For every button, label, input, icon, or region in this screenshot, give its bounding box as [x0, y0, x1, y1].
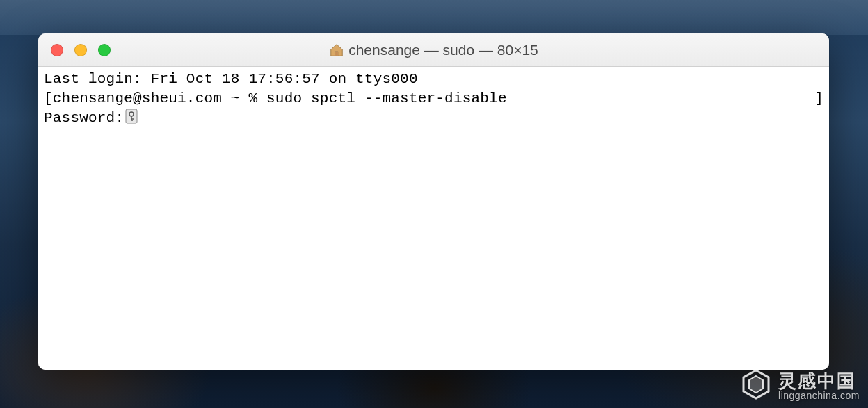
desktop-wallpaper-sky [0, 0, 868, 35]
window-title: chensange — sudo — 80×15 [38, 42, 829, 58]
traffic-lights [38, 44, 111, 56]
watermark-en: lingganchina.com [778, 391, 860, 401]
window-titlebar[interactable]: chensange — sudo — 80×15 [38, 33, 829, 67]
last-login-line: Last login: Fri Oct 18 17:56:57 on ttys0… [44, 70, 823, 89]
key-icon [125, 109, 138, 124]
svg-rect-0 [335, 51, 338, 55]
close-button[interactable] [51, 44, 63, 56]
maximize-button[interactable] [98, 44, 111, 56]
password-label: Password: [44, 110, 124, 126]
terminal-body[interactable]: Last login: Fri Oct 18 17:56:57 on ttys0… [38, 67, 829, 370]
prompt-bracket-close: ] [814, 89, 823, 109]
window-title-text: chensange — sudo — 80×15 [348, 42, 538, 58]
minimize-button[interactable] [74, 44, 87, 56]
watermark-cn: 灵感中国 [778, 372, 860, 391]
prompt-user: chensange@sheui.com ~ % [53, 91, 266, 107]
command-text: sudo spctl --master-disable [266, 91, 507, 107]
terminal-window: chensange — sudo — 80×15 Last login: Fri… [38, 33, 829, 370]
svg-marker-7 [749, 376, 763, 393]
watermark: 灵感中国 lingganchina.com [739, 368, 860, 401]
watermark-logo-icon [739, 368, 773, 401]
prompt-line: [chensange@sheui.com ~ % sudo spctl --ma… [44, 89, 823, 109]
watermark-text: 灵感中国 lingganchina.com [778, 372, 860, 401]
password-line: Password: [44, 109, 823, 128]
home-icon [329, 42, 344, 58]
prompt-bracket-open: [ [44, 91, 53, 107]
